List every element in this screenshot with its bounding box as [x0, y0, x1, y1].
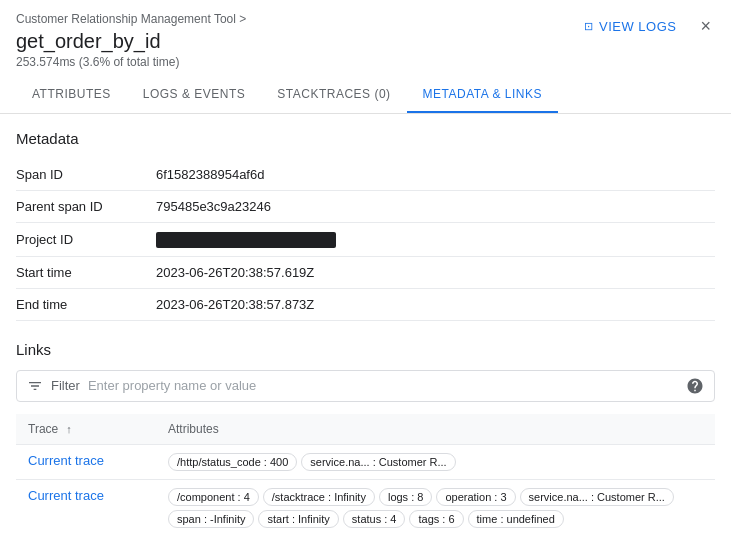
attributes-cell: /component : 4/stacktrace : Infinitylogs… [156, 479, 715, 534]
metadata-key: Start time [16, 256, 156, 288]
help-icon-button[interactable] [686, 377, 704, 395]
tab-attributes[interactable]: ATTRIBUTES [16, 77, 127, 113]
view-logs-label: VIEW LOGS [599, 19, 676, 34]
close-icon: × [700, 16, 711, 37]
attributes-cell: /http/status_code : 400service.na... : C… [156, 444, 715, 479]
filter-icon [27, 378, 43, 394]
metadata-value: 795485e3c9a23246 [156, 191, 715, 223]
redacted-value [156, 232, 336, 248]
metadata-value: 2023-06-26T20:38:57.619Z [156, 256, 715, 288]
metadata-row: Span ID6f1582388954af6d [16, 159, 715, 191]
metadata-value: 6f1582388954af6d [156, 159, 715, 191]
filter-label: Filter [51, 378, 80, 393]
metadata-row: Parent span ID795485e3c9a23246 [16, 191, 715, 223]
attribute-chip: /stacktrace : Infinity [263, 488, 375, 506]
links-table-header: Trace ↑ Attributes [16, 414, 715, 445]
attribute-chip: time : undefined [468, 510, 564, 528]
metadata-value [156, 223, 715, 257]
metadata-key: Project ID [16, 223, 156, 257]
header-actions: ⊡ VIEW LOGS × [576, 12, 715, 41]
attribute-chip: tags : 6 [409, 510, 463, 528]
tab-metadata-links[interactable]: METADATA & LINKS [407, 77, 558, 113]
trace-cell: Current trace [16, 444, 156, 479]
attribute-chip: service.na... : Customer R... [301, 453, 455, 471]
metadata-value: 2023-06-26T20:38:57.873Z [156, 288, 715, 320]
close-button[interactable]: × [696, 12, 715, 41]
chips-container: /http/status_code : 400service.na... : C… [168, 453, 703, 471]
links-section-title: Links [16, 341, 715, 358]
chips-container: /component : 4/stacktrace : Infinitylogs… [168, 488, 703, 528]
attribute-chip: operation : 3 [436, 488, 515, 506]
metadata-table: Span ID6f1582388954af6dParent span ID795… [16, 159, 715, 321]
tab-bar: ATTRIBUTES LOGS & EVENTS STACKTRACES (0)… [16, 77, 715, 113]
header: Customer Relationship Management Tool > … [0, 0, 731, 114]
th-trace-label: Trace [28, 422, 58, 436]
metadata-key: Span ID [16, 159, 156, 191]
filter-input[interactable] [88, 378, 678, 393]
attribute-chip: service.na... : Customer R... [520, 488, 674, 506]
metadata-section-title: Metadata [16, 130, 715, 147]
table-row: Current trace/http/status_code : 400serv… [16, 444, 715, 479]
metadata-row: End time2023-06-26T20:38:57.873Z [16, 288, 715, 320]
trace-link[interactable]: Current trace [28, 453, 104, 468]
metadata-key: End time [16, 288, 156, 320]
attribute-chip: status : 4 [343, 510, 406, 528]
metadata-key: Parent span ID [16, 191, 156, 223]
subtitle: 253.574ms (3.6% of total time) [16, 55, 715, 69]
th-trace: Trace ↑ [16, 414, 156, 445]
table-row: Current trace/component : 4/stacktrace :… [16, 479, 715, 534]
main-content: Metadata Span ID6f1582388954af6dParent s… [0, 114, 731, 534]
th-attributes: Attributes [156, 414, 715, 445]
links-section: Links Filter Trace [16, 341, 715, 534]
tab-logs-events[interactable]: LOGS & EVENTS [127, 77, 262, 113]
view-logs-button[interactable]: ⊡ VIEW LOGS [576, 15, 685, 38]
attribute-chip: /http/status_code : 400 [168, 453, 297, 471]
attribute-chip: start : Infinity [258, 510, 338, 528]
filter-bar: Filter [16, 370, 715, 402]
external-link-icon: ⊡ [584, 20, 594, 33]
links-table: Trace ↑ Attributes Current trace/http/st… [16, 414, 715, 534]
sort-icon: ↑ [66, 423, 72, 435]
trace-link[interactable]: Current trace [28, 488, 104, 503]
attribute-chip: span : -Infinity [168, 510, 254, 528]
trace-cell: Current trace [16, 479, 156, 534]
tab-stacktraces[interactable]: STACKTRACES (0) [261, 77, 406, 113]
th-attributes-label: Attributes [168, 422, 219, 436]
metadata-row: Start time2023-06-26T20:38:57.619Z [16, 256, 715, 288]
attribute-chip: /component : 4 [168, 488, 259, 506]
attribute-chip: logs : 8 [379, 488, 432, 506]
metadata-row: Project ID [16, 223, 715, 257]
